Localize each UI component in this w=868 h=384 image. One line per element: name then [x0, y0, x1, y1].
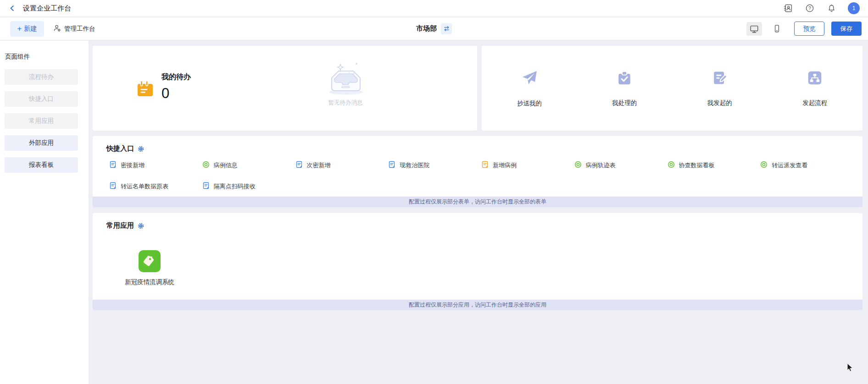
- preview-button[interactable]: 预览: [794, 22, 824, 36]
- gear-icon[interactable]: [138, 223, 144, 229]
- flow-item-start-process[interactable]: 发起流程: [768, 46, 862, 131]
- contacts-icon[interactable]: [783, 3, 793, 13]
- plus-icon: +: [17, 25, 22, 33]
- sidebar-item-common-apps: 常用应用: [5, 113, 78, 129]
- desktop-view-button[interactable]: [746, 22, 762, 36]
- shortcut-item[interactable]: 新增病例: [481, 161, 574, 170]
- flow-item-label: 发起流程: [802, 99, 827, 107]
- shortcut-item[interactable]: 次密新增: [295, 161, 389, 170]
- todo-count: 0: [161, 85, 191, 102]
- help-icon[interactable]: ?: [805, 3, 815, 13]
- workspace-switcher: 市场部: [416, 23, 452, 34]
- back-icon[interactable]: [7, 3, 17, 13]
- sidebar-item-process-todo: 流程待办: [5, 69, 78, 85]
- editor-toolbar: + 新建 管理工作台 市场部: [0, 17, 868, 40]
- app-item[interactable]: 新冠疫情流调系统: [122, 250, 177, 286]
- empty-inbox-illustration: [323, 89, 367, 97]
- new-button[interactable]: + 新建: [10, 21, 44, 37]
- sidebar-item-external-apps[interactable]: 外部应用: [5, 135, 78, 151]
- shortcut-item[interactable]: 协查数据看板: [668, 161, 761, 170]
- shortcut-item[interactable]: 密接新增: [109, 161, 202, 170]
- manage-workspace-label: 管理工作台: [64, 25, 95, 33]
- target-green-icon: [574, 161, 582, 170]
- target-green-icon: [668, 161, 675, 170]
- doc-blue-icon: [295, 161, 303, 170]
- target-green-icon: [760, 161, 768, 170]
- calendar-todo-icon: [137, 81, 154, 102]
- apps-notice-bar: 配置过程仅展示部分应用，访问工作台时显示全部的应用: [93, 300, 862, 310]
- common-apps-section: 常用应用: [93, 213, 862, 310]
- mobile-view-button[interactable]: [769, 22, 785, 36]
- avatar[interactable]: 1: [848, 2, 860, 14]
- doc-yellow-icon: [481, 161, 489, 170]
- svg-text:?: ?: [808, 6, 811, 11]
- doc-blue-icon: [109, 182, 117, 191]
- quick-entry-section: 快捷入口 密接新增 病例信息: [93, 136, 862, 207]
- target-green-icon: [202, 161, 210, 170]
- common-apps-title: 常用应用: [106, 221, 134, 230]
- forms-notice-bar: 配置过程仅展示部分表单，访问工作台时显示全部的表单: [93, 197, 862, 207]
- gear-icon[interactable]: [138, 146, 144, 152]
- shortcut-item[interactable]: 现救治医院: [388, 161, 481, 170]
- shortcut-item[interactable]: 转运名单数据原表: [109, 182, 202, 191]
- workspace-editor-page: 设置企业工作台 ?: [0, 0, 868, 384]
- canvas-area: 我的待办 0: [89, 41, 868, 384]
- user-gear-icon: [53, 24, 61, 33]
- todo-empty-state: 暂无待办消息: [306, 61, 385, 107]
- doc-blue-icon: [388, 161, 395, 170]
- quick-entry-title: 快捷入口: [106, 144, 134, 153]
- todo-empty-text: 暂无待办消息: [306, 99, 385, 107]
- doc-edit-icon: [712, 70, 728, 88]
- my-todo-card: 我的待办 0: [93, 46, 477, 131]
- flow-item-label: 我处理的: [612, 99, 637, 107]
- todo-title: 我的待办: [161, 72, 191, 82]
- bell-icon[interactable]: [826, 3, 836, 13]
- flow-item-label: 抄送我的: [517, 99, 542, 108]
- manage-workspace-button[interactable]: 管理工作台: [53, 24, 95, 33]
- flow-item-cc-me[interactable]: 抄送我的: [482, 46, 577, 131]
- sidebar-title: 页面组件: [5, 53, 89, 61]
- sidebar-item-report-board[interactable]: 报表看板: [5, 157, 78, 173]
- flow-item-initiated-by-me[interactable]: 我发起的: [672, 46, 767, 131]
- doc-blue-icon: [109, 161, 117, 170]
- doc-blue-icon: [202, 182, 210, 191]
- quick-entry-grid: 密接新增 病例信息 次密新增 现救治医院 新增病例: [93, 153, 862, 191]
- paper-plane-icon: [521, 69, 538, 88]
- clipboard-check-icon: [616, 70, 633, 88]
- flow-item-handled-by-me[interactable]: 我处理的: [577, 46, 672, 131]
- shortcut-item[interactable]: 病例轨迹表: [574, 161, 668, 170]
- tag-app-icon: [139, 250, 161, 272]
- flow-item-label: 我发起的: [707, 99, 732, 107]
- swap-workspace-icon[interactable]: [441, 23, 452, 34]
- components-sidebar: 页面组件 流程待办 快捷入口 常用应用 外部应用 报表看板: [0, 41, 89, 384]
- shortcut-item[interactable]: 病例信息: [202, 161, 295, 170]
- sitemap-icon: [807, 70, 823, 88]
- sidebar-item-quick-entry: 快捷入口: [5, 91, 78, 107]
- workspace-name: 市场部: [416, 24, 437, 33]
- save-button[interactable]: 保存: [831, 22, 862, 36]
- shortcut-item[interactable]: 转运派发查看: [760, 161, 853, 170]
- page-title: 设置企业工作台: [23, 4, 71, 13]
- shortcut-item[interactable]: 隔离点扫码接收: [202, 182, 295, 191]
- flow-actions-card: 抄送我的 我处理的: [482, 46, 862, 131]
- top-header: 设置企业工作台 ?: [0, 0, 868, 17]
- app-item-label: 新冠疫情流调系统: [125, 278, 174, 286]
